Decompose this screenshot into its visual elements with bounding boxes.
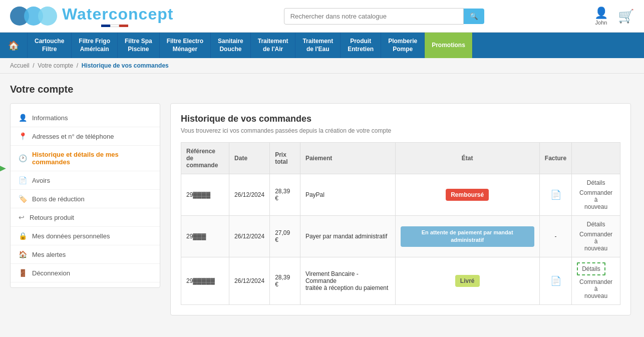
orders-title: Historique de vos commandes xyxy=(181,114,620,124)
row2-price: 27,09 € xyxy=(270,216,300,257)
sidebar-label-avoirs: Avoirs xyxy=(32,177,50,184)
sidebar-item-bons[interactable]: 🏷️ Bons de réduction xyxy=(11,190,160,208)
sidebar-label-donnees: Mes données personnelles xyxy=(32,232,110,240)
details-link-2[interactable]: Détails xyxy=(577,221,615,228)
user-account[interactable]: 👤 John xyxy=(594,7,608,26)
logo[interactable]: Waterconcept xyxy=(10,5,173,27)
breadcrumb-accueil[interactable]: Accueil xyxy=(10,62,30,69)
table-header-row: Référence decommande Date Prixtotal Paie… xyxy=(181,143,620,174)
invoice-icon-1[interactable]: 📄 xyxy=(545,189,566,200)
sidebar-item-deconnexion[interactable]: 🚪 Déconnexion xyxy=(11,264,160,282)
nav-air[interactable]: Traitementde l'Air xyxy=(251,33,296,58)
col-payment: Paiement xyxy=(300,143,395,174)
col-price: Prixtotal xyxy=(270,143,300,174)
document-icon: 📄 xyxy=(19,176,27,184)
details-link-3[interactable]: Détails xyxy=(582,265,600,272)
row3-price: 28,39 € xyxy=(270,257,300,305)
location-icon: 📍 xyxy=(19,132,27,140)
main-content: Historique de vos commandes Vous trouver… xyxy=(170,103,631,315)
status-badge-rembourse: Remboursé xyxy=(446,189,489,201)
table-row: 29▓▓▓▓ 26/12/2024 28,39 € PayPal Rembour… xyxy=(181,174,620,216)
details-dashed-box: Détails xyxy=(577,262,605,275)
sidebar-label-deconnexion: Déconnexion xyxy=(32,269,70,277)
row3-payment: Virement Bancaire - Commandetraitée à ré… xyxy=(300,257,395,305)
row2-actions: Détails Commander ànouveau xyxy=(572,216,620,257)
nav-electro[interactable]: Filtre ElectroMénager xyxy=(160,33,211,58)
page-container: Votre compte ➤ 👤 Informations 📍 Adresses… xyxy=(0,74,641,325)
row3-reference: 29▓▓▓▓▓ xyxy=(181,257,229,305)
sidebar-item-adresses[interactable]: 📍 Adresses et n° de téléphone xyxy=(11,127,160,146)
flag xyxy=(56,25,173,27)
reorder-link-3[interactable]: Commander ànouveau xyxy=(577,278,615,299)
reorder-link-1[interactable]: Commander ànouveau xyxy=(577,189,615,210)
sidebar-item-alertes[interactable]: 🏠 Mes alertes xyxy=(11,245,160,264)
orders-table: Référence decommande Date Prixtotal Paie… xyxy=(181,142,620,305)
nav-produit[interactable]: ProduitEntretien xyxy=(341,33,381,58)
breadcrumb-compte[interactable]: Votre compte xyxy=(38,62,73,69)
row2-reference: 29▓▓▓ xyxy=(181,216,229,257)
search-button[interactable]: 🔍 xyxy=(464,9,484,24)
sidebar-label-alertes: Mes alertes xyxy=(32,251,66,258)
col-invoice: Facture xyxy=(539,143,571,174)
row1-price: 28,39 € xyxy=(270,174,300,216)
nav-promotions[interactable]: Promotions xyxy=(425,33,473,58)
row1-reference: 29▓▓▓▓ xyxy=(181,174,229,216)
row2-date: 26/12/2024 xyxy=(229,216,270,257)
invoice-icon-3[interactable]: 📄 xyxy=(545,275,566,286)
nav-sanitaire[interactable]: SanitaireDouche xyxy=(211,33,251,58)
tag-icon: 🏷️ xyxy=(19,195,27,203)
row3-invoice: 📄 xyxy=(539,257,571,305)
sidebar-item-retours[interactable]: ↩ Retours produit xyxy=(11,208,160,227)
nav-plomberie[interactable]: PlomberiePompe xyxy=(381,33,425,58)
sidebar-item-historique[interactable]: 🕐 Historique et détails de mes commandes xyxy=(11,146,160,171)
nav-cartouche[interactable]: CartoucheFiltre xyxy=(28,33,72,58)
logo-circles xyxy=(10,7,52,26)
table-row: 29▓▓▓ 26/12/2024 27,09 € Payer par manda… xyxy=(181,216,620,257)
sidebar-label-adresses: Adresses et n° de téléphone xyxy=(32,133,114,140)
lock-icon: 🔒 xyxy=(19,232,27,240)
nav-spa[interactable]: Filtre SpaPiscine xyxy=(118,33,160,58)
details-link-1[interactable]: Détails xyxy=(577,179,615,186)
orders-subtitle: Vous trouverez ici vos commandes passées… xyxy=(181,127,620,134)
row1-status: Remboursé xyxy=(395,174,539,216)
user-icon: 👤 xyxy=(594,7,608,20)
user-name: John xyxy=(594,20,608,26)
nav-frigo[interactable]: Filtre FrigoAméricain xyxy=(72,33,118,58)
row3-status: Livré xyxy=(395,257,539,305)
sidebar-item-avoirs[interactable]: 📄 Avoirs xyxy=(11,171,160,190)
logout-icon: 🚪 xyxy=(19,269,27,277)
alert-icon: 🏠 xyxy=(19,250,27,258)
sidebar-item-informations[interactable]: 👤 Informations xyxy=(11,109,160,127)
row2-invoice: - xyxy=(539,216,571,257)
logo-text: Waterconcept xyxy=(62,5,173,24)
row1-actions: Détails Commander ànouveau xyxy=(572,174,620,216)
return-icon: ↩ xyxy=(19,213,25,221)
row1-payment: PayPal xyxy=(300,174,395,216)
main-nav: 🏠 CartoucheFiltre Filtre FrigoAméricain … xyxy=(0,33,644,58)
breadcrumb-current: Historique de vos commandes xyxy=(82,62,169,69)
sidebar-label-retours: Retours produit xyxy=(30,214,74,221)
sidebar-item-donnees[interactable]: 🔒 Mes données personnelles xyxy=(11,227,160,245)
page-header: Waterconcept 🔍 👤 John 🛒 xyxy=(0,0,644,33)
col-reference: Référence decommande xyxy=(181,143,229,174)
page-title: Votre compte xyxy=(10,84,631,95)
sidebar-label-bons: Bons de réduction xyxy=(32,195,85,203)
col-date: Date xyxy=(229,143,270,174)
nav-home[interactable]: 🏠 xyxy=(0,33,28,58)
row2-status: En attente de paiement par mandat admini… xyxy=(395,216,539,257)
history-icon: 🕐 xyxy=(19,154,27,162)
row1-date: 26/12/2024 xyxy=(229,174,270,216)
reorder-link-2[interactable]: Commander ànouveau xyxy=(577,231,615,252)
cart-icon[interactable]: 🛒 xyxy=(618,9,634,24)
user-area: 👤 John 🛒 xyxy=(594,7,634,26)
search-input[interactable] xyxy=(284,8,464,25)
sidebar-label-informations: Informations xyxy=(32,114,68,122)
nav-eau[interactable]: Traitementde l'Eau xyxy=(295,33,341,58)
circle-3 xyxy=(38,7,57,26)
status-badge-attente: En attente de paiement par mandat admini… xyxy=(401,226,534,247)
sidebar-label-historique: Historique et détails de mes commandes xyxy=(32,151,152,166)
breadcrumb: Accueil / Votre compte / Historique de v… xyxy=(0,58,644,74)
row2-payment: Payer par mandat administratif xyxy=(300,216,395,257)
col-status: État xyxy=(395,143,539,174)
row1-invoice: 📄 xyxy=(539,174,571,216)
